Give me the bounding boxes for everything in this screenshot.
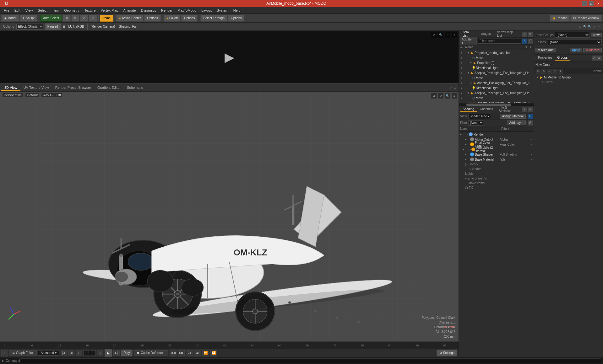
audio-icon[interactable]: ♪: [1, 350, 8, 356]
expand-icon[interactable]: ▾: [469, 61, 473, 64]
list-item[interactable]: ● ▷ ▶ Aseptic_Packaging_For_Triangular_L…: [459, 80, 534, 85]
visibility-icon[interactable]: ●: [459, 62, 464, 64]
action-center-button[interactable]: ● Action Center: [116, 15, 144, 22]
groups-icon-btn-3[interactable]: ≡: [547, 69, 552, 74]
tab-groups[interactable]: Groups: [555, 55, 570, 61]
shader-item[interactable]: ● Base Material (all) ▾: [459, 157, 534, 162]
effect-dropdown[interactable]: Effect: (Shadi... ▾: [16, 24, 43, 29]
playback-icon-1[interactable]: ◀◀: [170, 350, 177, 356]
list-item[interactable]: ● 💡 Directional Light: [459, 85, 534, 90]
add-item-button[interactable]: Add Item ▾: [460, 37, 477, 46]
command-input[interactable]: [20, 358, 601, 363]
menu-dynamics[interactable]: Dynamics: [139, 8, 159, 13]
preview-settings-icon[interactable]: ⚙: [431, 32, 437, 38]
filter-items-input[interactable]: [478, 39, 521, 44]
properties-more-icon[interactable]: ≡: [597, 56, 602, 61]
groups-icon-btn-2[interactable]: ⊖: [541, 69, 546, 74]
model-button[interactable]: ◈ Model: [1, 15, 19, 22]
menu-edit[interactable]: Edit: [12, 8, 23, 13]
viewport-settings-icon[interactable]: ⚙: [431, 93, 437, 99]
render-button[interactable]: ◉ Render: [550, 15, 570, 22]
expand-shading-icon[interactable]: ⤢: [522, 107, 527, 112]
visibility-icon[interactable]: ●: [459, 97, 464, 99]
tab-schematic[interactable]: Schematic: [124, 85, 146, 91]
expand-icon[interactable]: ▷: [468, 148, 471, 151]
nodes-section[interactable]: ▷ Nodes: [459, 167, 534, 171]
expand-icon[interactable]: ▾: [465, 133, 469, 136]
playback-icon-4[interactable]: ⏭: [194, 350, 201, 356]
settings-icon[interactable]: ⚙: [578, 24, 582, 29]
properties-expand-icon[interactable]: ⤢: [592, 56, 597, 61]
tab-uv-texture-view[interactable]: UV Texture View: [20, 85, 52, 91]
new-pass-button[interactable]: New: [591, 33, 602, 37]
zoom-icon[interactable]: 🔍: [583, 24, 587, 29]
expand-icon[interactable]: ▾: [535, 76, 539, 79]
visibility-icon[interactable]: ●: [459, 51, 464, 54]
graph-editor-button[interactable]: ≋ Graph Editor: [9, 350, 37, 356]
menu-layout[interactable]: Layout: [199, 8, 214, 13]
viewport-more-icon[interactable]: ≡: [453, 86, 457, 90]
visibility-icon[interactable]: ●: [459, 87, 464, 89]
menu-item[interactable]: Item: [50, 8, 62, 13]
expand-icon[interactable]: ▾: [466, 51, 470, 54]
filter-s-icon[interactable]: S: [522, 39, 527, 44]
assign-material-button[interactable]: Assign Material: [500, 114, 526, 119]
visibility-icon[interactable]: ●: [459, 72, 464, 74]
play-button[interactable]: ▶: [225, 50, 234, 64]
menu-geometry[interactable]: Geometry: [62, 8, 82, 13]
minimize-button[interactable]: —: [582, 1, 587, 6]
more-shading-icon[interactable]: ≡: [528, 107, 533, 112]
frame-input[interactable]: 0: [83, 350, 96, 356]
play-button[interactable]: ▶: [105, 349, 112, 357]
search-icon[interactable]: 🔍: [587, 24, 592, 29]
more-panel-icon[interactable]: ≡: [528, 32, 533, 37]
tab-3d-view[interactable]: 3D View: [1, 85, 20, 91]
step-back-button[interactable]: ◀: [68, 350, 74, 356]
cache-deformers-button[interactable]: ⏺ Cache Deformers: [134, 350, 168, 356]
visibility-icon[interactable]: ●: [459, 77, 464, 79]
menu-vertex-map[interactable]: Vertex Map: [98, 8, 121, 13]
list-item[interactable]: ● ▾ ▶ Aseptic_Packaging_For_Triangular_L…: [459, 70, 534, 75]
library-section[interactable]: ▷ Library: [459, 162, 534, 167]
viewport-orbit-icon[interactable]: ↺: [438, 93, 443, 99]
more-icon[interactable]: ≡: [597, 24, 601, 29]
menu-render[interactable]: Render: [159, 8, 175, 13]
vis-icon[interactable]: ●: [465, 138, 470, 141]
maximize-button[interactable]: □: [589, 1, 594, 6]
tab-images[interactable]: Images: [478, 31, 493, 37]
playback-icon-3[interactable]: ⏮: [186, 350, 193, 356]
playback-icon-5[interactable]: ⏩: [202, 350, 209, 356]
shader-item[interactable]: ● ▾ Render: [459, 132, 534, 137]
playback-icon-2[interactable]: ▶▶: [178, 350, 185, 356]
select-through-button[interactable]: Select Through: [200, 15, 227, 22]
options-button-1[interactable]: Options: [144, 15, 160, 22]
options-button-2[interactable]: Options: [181, 15, 198, 22]
list-item[interactable]: ● ▷ ▶ Aseptic_Packaging_For_Triangular_L…: [459, 100, 534, 103]
go-to-end-button[interactable]: ▶|: [113, 350, 120, 356]
vis-icon[interactable]: ●: [463, 148, 468, 151]
tab-properties[interactable]: Properties: [535, 55, 555, 61]
viewport-zoom-icon[interactable]: 🔍: [445, 93, 450, 99]
s-button[interactable]: S: [528, 120, 533, 126]
viewport-pan-icon[interactable]: ≡: [452, 93, 457, 99]
shader-item[interactable]: ● Base Shader Full Shading ▾: [459, 152, 534, 157]
viewport-3d[interactable]: Perspective Default Ray GL: Off ⚙ ↺ 🔍 ≡: [0, 92, 459, 341]
pass-groups-dropdown[interactable]: (None): [555, 32, 590, 38]
viewport-expand-icon[interactable]: ⤢: [448, 86, 453, 90]
visibility-icon[interactable]: ●: [459, 82, 464, 84]
vis-icon[interactable]: ●: [460, 133, 465, 136]
vis-icon[interactable]: ●: [465, 143, 470, 146]
items-button[interactable]: Items: [100, 15, 113, 22]
auto-select-button[interactable]: Auto Select: [40, 15, 62, 22]
play-label-button[interactable]: Play: [121, 350, 133, 356]
filter-f-icon[interactable]: F: [528, 39, 533, 44]
preview-fullscreen-icon[interactable]: ⤢: [445, 32, 450, 38]
group-row[interactable]: ▾ ▶ AirMobile (3) Group: [534, 74, 603, 80]
menu-texture[interactable]: Texture: [82, 8, 98, 13]
tab-render-preset-browser[interactable]: Render Preset Browser: [52, 85, 94, 91]
menu-select[interactable]: Select: [35, 8, 50, 13]
list-item[interactable]: ● ⬡ Mesh: [459, 55, 534, 60]
view-dropdown[interactable]: Shader Tree ▾: [468, 114, 491, 119]
tab-shading[interactable]: Shading: [460, 107, 477, 112]
f-button[interactable]: F: [528, 114, 533, 119]
